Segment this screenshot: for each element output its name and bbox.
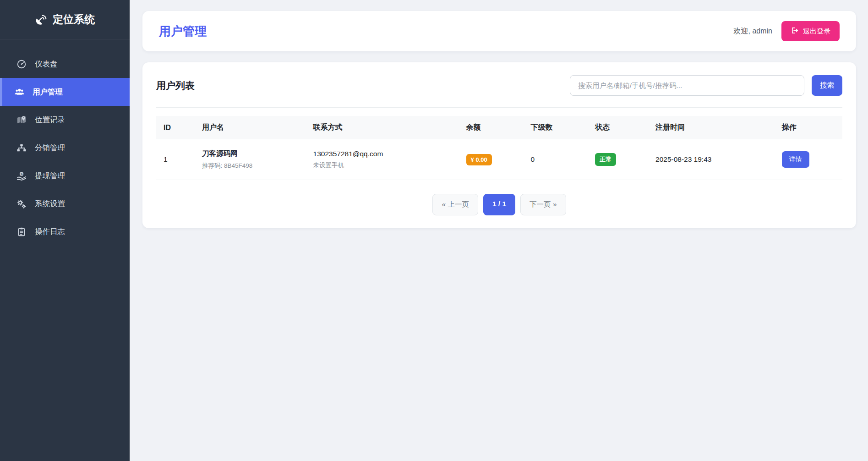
pagination: « 上一页 1 / 1 下一页 » (156, 194, 842, 215)
sidebar-item-label: 系统设置 (35, 199, 65, 209)
users-icon (14, 87, 25, 97)
sidebar-nav: 仪表盘 用户管理 (0, 50, 130, 246)
header-right: 欢迎, admin 退出登录 (734, 21, 840, 41)
subordinate-count: 0 (523, 139, 588, 180)
app-logo: 定位系统 (0, 0, 130, 39)
sidebar-item-locations[interactable]: 位置记录 (0, 106, 130, 134)
sidebar-item-dashboard[interactable]: 仪表盘 (0, 50, 130, 78)
next-page-button[interactable]: 下一页 » (520, 194, 566, 215)
column-balance: 余额 (459, 116, 524, 139)
column-username: 用户名 (195, 116, 306, 139)
column-registered: 注册时间 (648, 116, 775, 139)
column-contact: 联系方式 (306, 116, 459, 139)
clipboard-icon (16, 227, 27, 237)
welcome-text: 欢迎, admin (734, 27, 772, 36)
sidebar-item-label: 提现管理 (35, 171, 65, 181)
user-id: 1 (156, 139, 195, 180)
user-phone: 未设置手机 (313, 161, 452, 170)
app-root: 定位系统 仪表盘 (0, 0, 868, 461)
panel-header: 用户列表 搜索 (156, 62, 842, 108)
map-marker-icon (16, 115, 27, 125)
sidebar-item-withdrawals[interactable]: $ 提现管理 (0, 162, 130, 190)
page-title: 用户管理 (159, 23, 207, 39)
search-group: 搜索 (570, 75, 842, 96)
sidebar-item-label: 分销管理 (35, 143, 65, 153)
column-subordinates: 下级数 (523, 116, 588, 139)
page-header: 用户管理 欢迎, admin 退出登录 (142, 11, 856, 51)
sidebar-item-label: 仪表盘 (35, 59, 58, 69)
sidebar-item-logs[interactable]: 操作日志 (0, 218, 130, 246)
search-button[interactable]: 搜索 (812, 75, 842, 96)
detail-button[interactable]: 详情 (782, 151, 809, 168)
search-input[interactable] (570, 75, 804, 96)
logout-label: 退出登录 (803, 27, 830, 36)
column-id: ID (156, 116, 195, 139)
sidebar-item-users[interactable]: 用户管理 (0, 78, 130, 106)
gauge-icon (16, 59, 27, 69)
sidebar: 定位系统 仪表盘 (0, 0, 130, 461)
table-row: 1 刀客源码网 推荐码: 8B45F498 1302357281@qq.com … (156, 139, 842, 180)
sidebar-item-settings[interactable]: 系统设置 (0, 190, 130, 218)
svg-text:$: $ (21, 171, 22, 176)
user-referral-code: 推荐码: 8B45F498 (202, 162, 299, 170)
table-header: ID 用户名 联系方式 余额 下级数 状态 注册时间 操作 (156, 116, 842, 139)
sign-out-icon (791, 27, 798, 36)
registered-time: 2025-08-23 19:43 (648, 139, 775, 180)
column-actions: 操作 (775, 116, 842, 139)
prev-page-button[interactable]: « 上一页 (432, 194, 478, 215)
main-content: 用户管理 欢迎, admin 退出登录 用户列表 (130, 0, 868, 461)
balance-badge: ¥ 0.00 (466, 154, 492, 165)
panel-title: 用户列表 (156, 79, 195, 92)
hand-dollar-icon: $ (16, 171, 27, 181)
satellite-dish-icon (35, 14, 47, 26)
user-list-panel: 用户列表 搜索 ID 用户名 联系方式 余额 下级数 状态 注册时间 (142, 62, 856, 228)
sidebar-item-distribution[interactable]: 分销管理 (0, 134, 130, 162)
current-page-indicator: 1 / 1 (483, 194, 515, 215)
logo-title: 定位系统 (53, 12, 95, 27)
user-email: 1302357281@qq.com (313, 150, 452, 158)
sitemap-icon (16, 143, 27, 153)
user-name: 刀客源码网 (202, 149, 299, 159)
user-table: ID 用户名 联系方式 余额 下级数 状态 注册时间 操作 1 刀客源码网 (156, 116, 842, 180)
column-status: 状态 (588, 116, 648, 139)
sidebar-item-label: 位置记录 (35, 115, 65, 125)
gears-icon (16, 199, 27, 209)
sidebar-item-label: 用户管理 (33, 87, 63, 97)
logout-button[interactable]: 退出登录 (781, 21, 840, 41)
status-badge: 正常 (595, 153, 616, 166)
sidebar-item-label: 操作日志 (35, 227, 65, 237)
